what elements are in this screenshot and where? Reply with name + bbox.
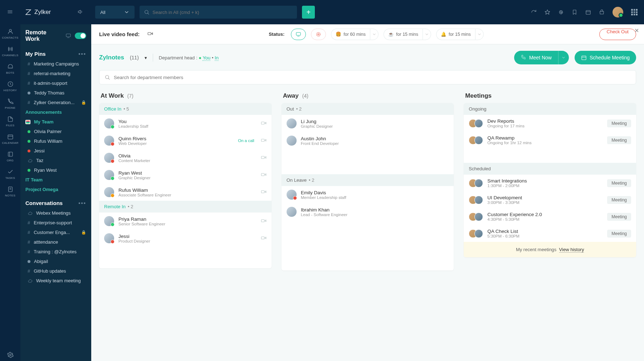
- rail-bots[interactable]: BOTS: [0, 60, 20, 77]
- volume-icon[interactable]: [77, 9, 83, 16]
- person-row[interactable]: OliviaContent Marketer: [99, 149, 272, 166]
- global-search[interactable]: [140, 6, 297, 19]
- person-row[interactable]: YouLeadership Staff: [99, 115, 272, 132]
- it-team-link[interactable]: IT Team: [20, 175, 91, 185]
- meeting-badge[interactable]: Meeting: [607, 196, 631, 204]
- apps-grid-icon[interactable]: [631, 9, 638, 15]
- conversation-item[interactable]: Webex Meetings: [20, 208, 91, 218]
- person-row[interactable]: Emily DavisMember Leadership staff: [282, 186, 454, 203]
- menu-icon[interactable]: [7, 9, 13, 16]
- pin-item[interactable]: #Zylker Generation...🔒: [20, 98, 91, 107]
- meet-now-dropdown[interactable]: [558, 51, 569, 64]
- video-call-icon[interactable]: [261, 137, 267, 144]
- announcements-link[interactable]: Announcements: [20, 107, 91, 117]
- rail-calendar[interactable]: CALENDAR: [0, 131, 20, 147]
- dept-head-status[interactable]: In: [215, 55, 219, 61]
- rail-phone[interactable]: PHONE: [0, 96, 20, 112]
- conversation-item[interactable]: Weekly team meeting: [20, 276, 91, 286]
- dept-head-you[interactable]: You: [203, 55, 210, 61]
- video-feed-toggle[interactable]: [147, 31, 153, 38]
- conversation-item[interactable]: #Customer Enga...🔒: [20, 228, 91, 237]
- status-coffee-dropdown[interactable]: [423, 29, 431, 40]
- bookmark-icon[interactable]: [572, 9, 577, 15]
- video-call-icon[interactable]: [261, 155, 267, 161]
- member-search[interactable]: [99, 70, 636, 84]
- person-row[interactable]: Ryan WestGraphic Designer: [99, 166, 272, 184]
- conversations-menu-icon[interactable]: •••: [78, 200, 86, 206]
- rail-channels[interactable]: CHANNELS: [0, 43, 20, 60]
- close-icon[interactable]: ✕: [634, 27, 639, 34]
- rail-files[interactable]: FILES: [0, 113, 20, 130]
- video-call-icon[interactable]: [261, 172, 267, 179]
- meeting-badge[interactable]: Meeting: [607, 136, 631, 144]
- user-avatar[interactable]: [613, 7, 623, 18]
- team-member[interactable]: Rufus William: [20, 136, 91, 146]
- refresh-icon[interactable]: [531, 9, 537, 15]
- status-location[interactable]: [311, 29, 326, 40]
- status-coffee[interactable]: ☕for 15 mins: [384, 29, 423, 40]
- schedule-meeting-button[interactable]: Schedule Meeting: [575, 51, 636, 64]
- monitor-icon[interactable]: [65, 33, 71, 39]
- person-row[interactable]: Priya RamanSenior Software Engineer: [99, 213, 272, 230]
- conversation-item[interactable]: #atttendance: [20, 237, 91, 247]
- video-call-icon[interactable]: [261, 235, 267, 242]
- meeting-row[interactable]: UI Development3:00PM - 3:30PMMeeting: [464, 191, 636, 208]
- meeting-row[interactable]: QA RewampOngoing for 1hr 12 minsMeeting: [464, 132, 636, 148]
- meeting-badge[interactable]: Meeting: [607, 179, 631, 187]
- pin-item[interactable]: Teddy Thomas: [20, 88, 91, 98]
- meeting-badge[interactable]: Meeting: [607, 213, 631, 221]
- rail-notes[interactable]: NOTES: [0, 183, 20, 200]
- status-available[interactable]: [291, 29, 306, 40]
- status-lunch[interactable]: 🍔for 60 mins: [331, 29, 370, 40]
- meeting-row[interactable]: Smart Integrations1:30PM - 2:00PMMeeting: [464, 175, 636, 191]
- meeting-row[interactable]: Customer Experience 2.04:30PM - 5:30PMMe…: [464, 208, 636, 225]
- person-row[interactable]: Li JungGraphic Designer: [282, 115, 454, 132]
- pin-item[interactable]: #it-admin-support: [20, 78, 91, 88]
- meet-now-button[interactable]: Meet Now: [514, 51, 558, 64]
- mention-icon[interactable]: [558, 9, 564, 15]
- search-filter-dropdown[interactable]: All: [95, 6, 135, 19]
- rail-tasks[interactable]: TASKS: [0, 166, 20, 182]
- add-button[interactable]: +: [302, 6, 315, 19]
- remote-toggle[interactable]: [75, 33, 86, 39]
- meeting-row[interactable]: QA Check List5:30PM - 6:30PMMeeting: [464, 225, 636, 242]
- pins-menu-icon[interactable]: •••: [78, 51, 86, 57]
- status-dnd-dropdown[interactable]: [475, 29, 484, 40]
- team-member[interactable]: Taz: [20, 156, 91, 165]
- search-input[interactable]: [152, 10, 293, 15]
- video-call-icon[interactable]: [261, 120, 267, 127]
- conversation-item[interactable]: #Enterprise-support: [20, 218, 91, 228]
- team-member[interactable]: Jessi: [20, 146, 91, 156]
- meeting-badge[interactable]: Meeting: [607, 119, 631, 127]
- department-dropdown[interactable]: ▾: [145, 55, 147, 60]
- my-team-link[interactable]: My Team: [20, 117, 91, 127]
- status-lunch-dropdown[interactable]: [370, 29, 379, 40]
- person-row[interactable]: Austin JohnFront End Developer: [282, 132, 454, 149]
- rail-contacts[interactable]: CONTACTS: [0, 25, 20, 42]
- video-call-icon[interactable]: [261, 218, 267, 225]
- meeting-badge[interactable]: Meeting: [607, 230, 631, 238]
- project-omega-link[interactable]: Project Omega: [20, 185, 91, 194]
- status-dnd[interactable]: 🔔for 15 mins: [436, 29, 475, 40]
- check-out-button[interactable]: Check Out: [599, 29, 636, 40]
- pin-item[interactable]: #referral-marketing: [20, 69, 91, 78]
- meeting-row[interactable]: Dev ReportsOngoing for 17 minsMeeting: [464, 115, 636, 132]
- calendar-icon[interactable]: [585, 9, 591, 15]
- conversation-item[interactable]: #GitHub updates: [20, 266, 91, 276]
- person-row[interactable]: Rufus WilliamAssociate Software Engineer: [99, 184, 272, 201]
- person-row[interactable]: Ibrahim KhanLead - Software Engineer: [282, 203, 454, 220]
- team-member[interactable]: Olivia Palmer: [20, 127, 91, 136]
- team-member[interactable]: Ryan West: [20, 165, 91, 175]
- star-icon[interactable]: [545, 9, 550, 15]
- video-call-icon[interactable]: [261, 189, 267, 196]
- conversation-item[interactable]: Abigail: [20, 257, 91, 266]
- rail-history[interactable]: HISTORY: [0, 78, 20, 95]
- rail-org[interactable]: ORG: [0, 148, 20, 165]
- conversation-item[interactable]: #Training : @Zylnotes: [20, 247, 91, 257]
- store-icon[interactable]: [599, 9, 605, 15]
- settings-icon[interactable]: [0, 349, 20, 361]
- member-search-input[interactable]: [114, 75, 631, 80]
- person-row[interactable]: Quinn RiversWeb DeveloperOn a call: [99, 132, 272, 149]
- person-row[interactable]: JessiProduct Designer: [99, 230, 272, 247]
- view-history-link[interactable]: View history: [559, 247, 584, 253]
